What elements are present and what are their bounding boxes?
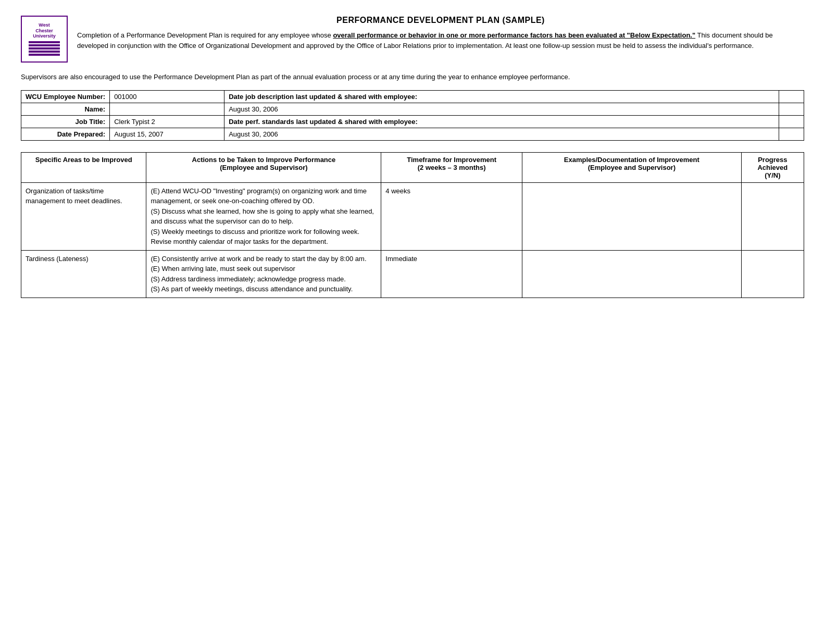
date-prepared-value: August 15, 2007 xyxy=(110,128,224,140)
page-title: PERFORMANCE DEVELOPMENT PLAN (SAMPLE) xyxy=(77,16,804,25)
progress-cell xyxy=(741,182,804,250)
performance-table: Specific Areas to be Improved Actions to… xyxy=(21,152,804,298)
specific-area-cell: Organization of tasks/time management to… xyxy=(21,182,146,250)
examples-cell xyxy=(522,182,741,250)
actions-cell: (E) Attend WCU-OD "Investing" program(s)… xyxy=(146,182,381,250)
col-header-examples: Examples/Documentation of Improvement (E… xyxy=(522,152,741,182)
date-job-value xyxy=(779,90,804,103)
date-prepared-label: Date Prepared: xyxy=(21,128,110,140)
table-header-row: Specific Areas to be Improved Actions to… xyxy=(21,152,804,182)
employee-number-label: WCU Employee Number: xyxy=(21,90,110,103)
actions-cell: (E) Consistently arrive at work and be r… xyxy=(146,250,381,298)
date-name-value2 xyxy=(779,103,804,115)
table-row: Organization of tasks/time management to… xyxy=(21,182,804,250)
info-row-2: Name: August 30, 2006 xyxy=(21,103,804,115)
table-row: Tardiness (Lateness) (E) Consistently ar… xyxy=(21,250,804,298)
logo-line3 xyxy=(29,47,60,49)
progress-cell xyxy=(741,250,804,298)
info-row-3: Job Title: Clerk Typist 2 Date perf. sta… xyxy=(21,115,804,128)
date-name-cell: August 30, 2006 xyxy=(224,103,779,115)
info-row-1: WCU Employee Number: 001000 Date job des… xyxy=(21,90,804,103)
col-header-timeframe: Timeframe for Improvement (2 weeks – 3 m… xyxy=(381,152,522,182)
timeframe-cell: Immediate xyxy=(381,250,522,298)
examples-cell xyxy=(522,250,741,298)
col-header-actions: Actions to be Taken to Improve Performan… xyxy=(146,152,381,182)
employee-number-value: 001000 xyxy=(110,90,224,103)
info-table: WCU Employee Number: 001000 Date job des… xyxy=(21,90,804,141)
intro-part1: Completion of a Performance Development … xyxy=(77,31,333,39)
header-section: WestChesterUniversity PERFORMANCE DEVELO… xyxy=(21,16,804,63)
logo-line2 xyxy=(29,44,60,46)
logo-decoration xyxy=(29,41,60,56)
title-block: PERFORMANCE DEVELOPMENT PLAN (SAMPLE) Co… xyxy=(77,16,804,51)
intro-underline: overall performance or behavior in one o… xyxy=(333,31,695,39)
info-row-4: Date Prepared: August 15, 2007 August 30… xyxy=(21,128,804,140)
date-perf-value xyxy=(779,115,804,128)
logo-line4 xyxy=(29,51,60,53)
date-job-label: Date job description last updated & shar… xyxy=(224,90,779,103)
col-header-progress: Progress Achieved (Y/N) xyxy=(741,152,804,182)
date-perf-value-cell: August 30, 2006 xyxy=(224,128,779,140)
job-title-label: Job Title: xyxy=(21,115,110,128)
supervisors-text: Supervisors are also encouraged to use t… xyxy=(21,72,804,82)
intro-text: Completion of a Performance Development … xyxy=(77,30,804,51)
name-value xyxy=(110,103,224,115)
specific-area-cell: Tardiness (Lateness) xyxy=(21,250,146,298)
col-header-specific: Specific Areas to be Improved xyxy=(21,152,146,182)
name-label: Name: xyxy=(21,103,110,115)
date-perf-label: Date perf. standards last updated & shar… xyxy=(224,115,779,128)
logo-line1 xyxy=(29,41,60,43)
timeframe-cell: 4 weeks xyxy=(381,182,522,250)
logo-text: WestChesterUniversity xyxy=(33,22,56,39)
empty-cell xyxy=(779,128,804,140)
logo-line5 xyxy=(29,54,60,56)
university-logo: WestChesterUniversity xyxy=(21,16,68,63)
job-title-value: Clerk Typist 2 xyxy=(110,115,224,128)
